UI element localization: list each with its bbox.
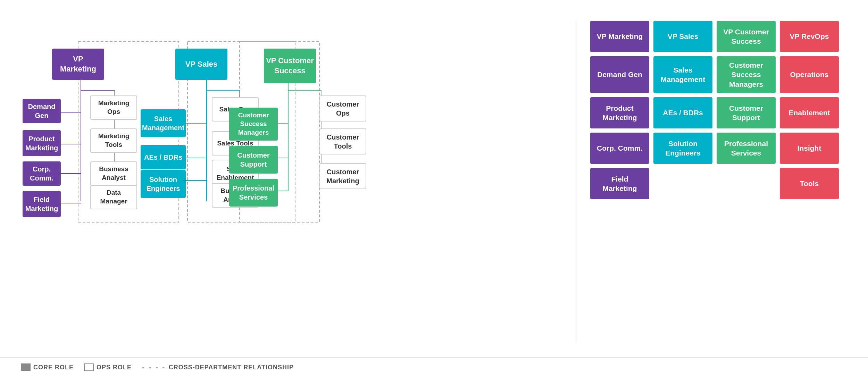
core-role-icon: [21, 363, 31, 371]
rg-field-marketing: Field Marketing: [590, 168, 649, 199]
rg-solution-engineers: Solution Engineers: [653, 133, 712, 164]
rg-operations: Operations: [780, 56, 839, 93]
right-panel: VP Marketing VP Sales VP Customer Succes…: [580, 14, 858, 350]
rg-vp-revops: VP RevOps: [780, 21, 839, 52]
product-marketing-node: Product Marketing: [23, 130, 61, 156]
sales-management-node: Sales Management: [141, 109, 186, 137]
rg-empty-2: [717, 168, 776, 199]
customer-success-managers-node: Customer Success Managers: [229, 108, 278, 141]
customer-marketing-node: Customer Marketing: [319, 163, 366, 189]
rg-enablement: Enablement: [780, 97, 839, 128]
professional-services-node: Professional Services: [229, 179, 278, 207]
core-role-legend: CORE ROLE: [21, 363, 74, 371]
right-grid: VP Marketing VP Sales VP Customer Succes…: [590, 21, 847, 199]
rg-vp-sales: VP Sales: [653, 21, 712, 52]
rg-vp-customer-success: VP Customer Success: [717, 21, 776, 52]
customer-support-node: Customer Support: [229, 146, 278, 174]
rg-insight: Insight: [780, 133, 839, 164]
rg-product-marketing: Product Marketing: [590, 97, 649, 128]
vp-customer-success-node: VP Customer Success: [264, 49, 316, 83]
rg-sales-management: Sales Management: [653, 56, 712, 93]
rg-professional-services: Professional Services: [717, 133, 776, 164]
rg-vp-marketing: VP Marketing: [590, 21, 649, 52]
rg-empty-1: [653, 168, 712, 199]
vp-marketing-node: VP Marketing: [52, 49, 104, 80]
ops-role-legend: OPS ROLE: [84, 363, 132, 371]
demand-gen-node: Demand Gen: [23, 99, 61, 123]
marketing-tools-node: Marketing Tools: [90, 128, 137, 153]
rg-demand-gen: Demand Gen: [590, 56, 649, 93]
customer-tools-node: Customer Tools: [319, 128, 366, 154]
solution-engineers-node: Solution Engineers: [141, 170, 186, 198]
marketing-ops-node: Marketing Ops: [90, 95, 137, 120]
panel-divider: [576, 21, 576, 343]
ops-role-icon: [84, 363, 94, 371]
cross-dept-label: CROSS-DEPARTMENT RELATIONSHIP: [169, 364, 294, 371]
rg-tools: Tools: [780, 168, 839, 199]
cross-dept-legend: - - - - CROSS-DEPARTMENT RELATIONSHIP: [142, 363, 294, 372]
data-manager-node: Data Manager: [90, 185, 137, 209]
cross-dept-icon: - - - -: [142, 363, 166, 372]
ops-role-label: OPS ROLE: [97, 364, 132, 371]
customer-ops-node: Customer Ops: [319, 95, 366, 122]
legend-footer: CORE ROLE OPS ROLE - - - - CROSS-DEPARTM…: [0, 357, 868, 377]
business-analyst-node1: Business Analyst: [90, 161, 137, 186]
field-marketing-node: Field Marketing: [23, 191, 61, 217]
org-chart-left: VP Marketing Demand Gen Product Marketin…: [17, 21, 565, 264]
rg-corp-comm: Corp. Comm.: [590, 133, 649, 164]
rg-customer-support: Customer Support: [717, 97, 776, 128]
vp-sales-node: VP Sales: [175, 49, 227, 80]
rg-customer-success-managers: Customer Success Managers: [717, 56, 776, 93]
core-role-label: CORE ROLE: [33, 364, 74, 371]
corp-comm-node: Corp. Comm.: [23, 161, 61, 186]
aes-bdrs-node: AEs / BDRs: [141, 145, 186, 169]
rg-aes-bdrs: AEs / BDRs: [653, 97, 712, 128]
